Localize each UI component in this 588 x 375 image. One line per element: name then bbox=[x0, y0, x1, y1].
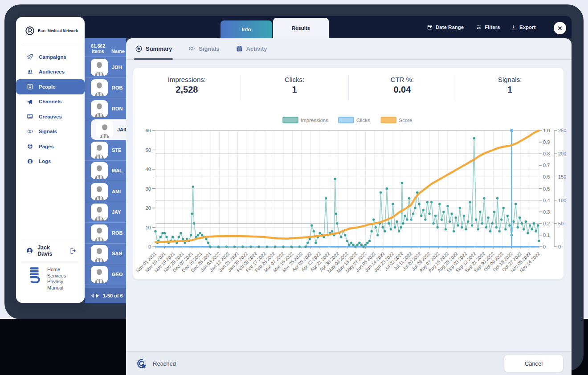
svg-text:40: 40 bbox=[146, 167, 151, 172]
star-circle-icon bbox=[135, 45, 143, 53]
svg-text:50: 50 bbox=[146, 147, 151, 153]
sidebar-item-logs[interactable]: Logs bbox=[16, 154, 85, 169]
tab-summary[interactable]: Summary bbox=[135, 38, 172, 59]
sidebar-item-people[interactable]: People bbox=[16, 79, 85, 94]
tab-results-label: Results bbox=[292, 25, 310, 31]
divider bbox=[22, 43, 78, 43]
items-count-value: 61,862 bbox=[87, 43, 109, 49]
link-privacy[interactable]: Privacy bbox=[47, 279, 66, 285]
svg-text:Clicks: Clicks bbox=[356, 118, 370, 123]
export-label: Export bbox=[519, 24, 535, 30]
tab-info-label: Info bbox=[241, 27, 251, 32]
person-row[interactable]: AMI bbox=[85, 181, 126, 202]
performance-chart: Nov 01 2021Nov 10 2021Nov 19 2021Nov 28 … bbox=[137, 112, 560, 277]
sidebar-item-campaigns[interactable]: Campaigns bbox=[16, 49, 85, 65]
stat-clicks: Clicks: 1 bbox=[241, 75, 349, 100]
five-logo bbox=[29, 267, 42, 285]
close-button[interactable]: ✕ bbox=[554, 22, 566, 34]
svg-text:0.5: 0.5 bbox=[543, 186, 550, 192]
sidebar-item-label: Campaigns bbox=[39, 54, 66, 60]
page-prev-icon[interactable] bbox=[91, 293, 94, 298]
person-name: GEO bbox=[112, 272, 122, 277]
person-row[interactable]: JAY bbox=[85, 202, 126, 223]
person-name: ROB bbox=[112, 85, 122, 90]
sidebar-item-pages[interactable]: Pages bbox=[16, 139, 85, 154]
person-name: JOH bbox=[112, 65, 122, 70]
sidebar-nav: Campaigns Audiences People Channels Crea… bbox=[16, 49, 85, 169]
sidebar-item-signals[interactable]: Signals bbox=[16, 124, 85, 139]
person-row[interactable]: MAL bbox=[85, 161, 126, 182]
bulb-signal-icon bbox=[188, 45, 196, 53]
brand-mark-icon bbox=[25, 26, 35, 36]
stat-label: CTR %: bbox=[349, 76, 456, 83]
sidebar-item-label: Creatives bbox=[39, 114, 62, 119]
sidebar: Rare Medical Network Campaigns Audiences… bbox=[16, 17, 85, 303]
logout-icon[interactable] bbox=[69, 247, 77, 255]
avatar bbox=[91, 224, 108, 241]
items-count: 61,862 Items bbox=[87, 43, 109, 54]
avatar bbox=[91, 162, 108, 179]
tab-activity[interactable]: Activity bbox=[236, 38, 267, 59]
person-circle-icon bbox=[27, 158, 33, 165]
avatar bbox=[96, 121, 113, 138]
person-name: MAL bbox=[112, 168, 122, 173]
sidebar-item-audiences[interactable]: Audiences bbox=[16, 65, 85, 80]
cancel-button[interactable]: Cancel bbox=[504, 355, 563, 372]
person-name: JAIN bbox=[117, 127, 126, 132]
click-reach-icon bbox=[136, 358, 148, 370]
tab-info[interactable]: Info bbox=[220, 20, 272, 38]
person-name: AMI bbox=[112, 189, 121, 194]
items-count-label: Items bbox=[87, 49, 109, 54]
sidebar-item-label: Logs bbox=[39, 159, 51, 164]
avatar bbox=[91, 100, 108, 117]
person-row-selected[interactable]: JAIN bbox=[91, 119, 126, 140]
svg-text:0.2: 0.2 bbox=[543, 221, 550, 226]
page-next-icon[interactable] bbox=[96, 293, 99, 298]
svg-text:Score: Score bbox=[399, 118, 412, 123]
sidebar-item-label: Signals bbox=[39, 129, 57, 134]
svg-text:50: 50 bbox=[558, 221, 564, 226]
stats-row: Impressions: 2,528 Clicks: 1 CTR %: 0.04… bbox=[133, 68, 564, 100]
user-name: Jack Davis bbox=[37, 245, 65, 257]
sliders-icon bbox=[476, 24, 482, 30]
link-manual[interactable]: Manual bbox=[47, 285, 66, 291]
export-button[interactable]: Export bbox=[510, 16, 535, 38]
person-row[interactable]: ROB bbox=[85, 78, 126, 99]
person-row[interactable]: STE bbox=[85, 140, 126, 161]
pagination-label: 1-50 of 6 bbox=[103, 293, 123, 298]
tab-summary-label: Summary bbox=[146, 45, 172, 52]
svg-text:0.4: 0.4 bbox=[543, 198, 550, 203]
sidebar-item-creatives[interactable]: Creatives bbox=[16, 109, 85, 124]
pagination-bar: 1-50 of 6 bbox=[85, 288, 126, 303]
stat-label: Impressions: bbox=[133, 76, 241, 83]
sidebar-item-channels[interactable]: Channels bbox=[16, 94, 85, 110]
tab-signals-label: Signals bbox=[199, 45, 219, 52]
person-row[interactable]: ROB bbox=[85, 223, 126, 244]
tab-signals[interactable]: Signals bbox=[188, 38, 219, 59]
avatar bbox=[91, 183, 108, 200]
stat-impressions: Impressions: 2,528 bbox=[133, 75, 241, 100]
svg-text:100: 100 bbox=[558, 198, 566, 203]
svg-text:1.0: 1.0 bbox=[543, 128, 550, 133]
link-home[interactable]: Home bbox=[47, 267, 66, 273]
link-services[interactable]: Services bbox=[47, 273, 66, 279]
date-range-button[interactable]: Date Range bbox=[427, 16, 464, 38]
sidebar-footer: Home Services Privacy Manual bbox=[16, 261, 85, 291]
tab-results[interactable]: Results bbox=[273, 18, 329, 38]
download-icon bbox=[510, 24, 517, 30]
people-list-panel: 61,862 Items Name JOH ROB RON JAIN STE M… bbox=[85, 38, 126, 288]
user-row[interactable]: Jack Davis bbox=[16, 242, 85, 259]
person-row[interactable]: RON bbox=[85, 98, 126, 119]
id-badge-icon bbox=[27, 83, 33, 90]
avatar bbox=[91, 245, 108, 262]
sidebar-item-label: People bbox=[39, 84, 56, 90]
name-column-header[interactable]: Name bbox=[111, 49, 125, 54]
brand-name: Rare Medical Network bbox=[38, 29, 78, 33]
stat-label: Signals: bbox=[456, 76, 564, 83]
person-row[interactable]: JOH bbox=[85, 57, 126, 78]
filters-button[interactable]: Filters bbox=[476, 16, 500, 38]
person-row[interactable]: GEO bbox=[85, 264, 126, 285]
person-row[interactable]: SAN bbox=[85, 244, 126, 265]
tab-activity-label: Activity bbox=[246, 45, 267, 52]
megaphone-icon bbox=[27, 98, 33, 105]
